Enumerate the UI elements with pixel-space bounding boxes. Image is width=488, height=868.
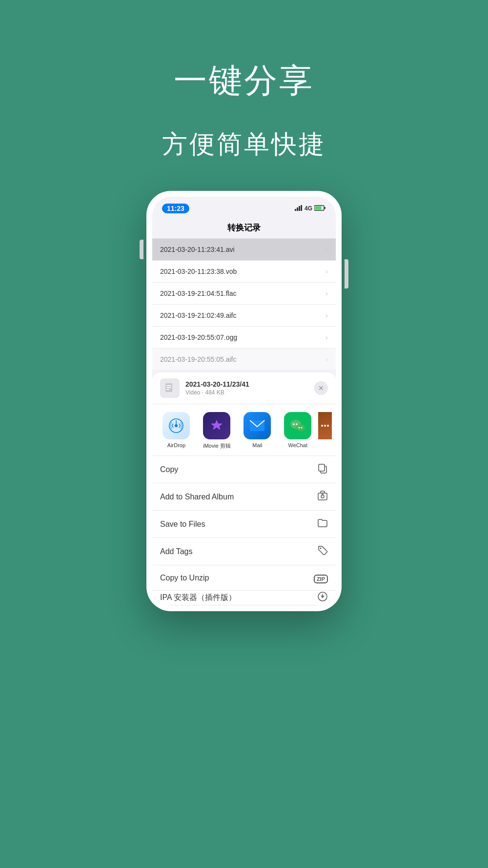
album-icon bbox=[317, 490, 328, 503]
app-item-more[interactable] bbox=[318, 412, 332, 450]
svg-rect-2 bbox=[299, 206, 300, 211]
zip-icon: ZIP bbox=[314, 572, 328, 583]
airdrop-icon bbox=[163, 412, 190, 439]
svg-point-12 bbox=[175, 424, 178, 427]
wechat-icon bbox=[284, 412, 311, 439]
action-copy[interactable]: Copy bbox=[152, 456, 336, 483]
file-name-3: 2021-03-19-21:04:51.flac bbox=[160, 289, 236, 297]
copy-icon bbox=[317, 463, 328, 476]
svg-rect-5 bbox=[325, 207, 326, 209]
file-item-2[interactable]: 2021-03-20-11:23:38.vob › bbox=[152, 261, 336, 283]
svg-point-29 bbox=[320, 548, 322, 549]
svg-point-19 bbox=[299, 427, 300, 429]
app-item-imovie[interactable]: iMovie 剪辑 bbox=[197, 412, 237, 450]
share-close-button[interactable]: ✕ bbox=[314, 381, 328, 395]
phone-screen: 11:23 4G bbox=[152, 197, 336, 605]
file-name-6: 2021-03-19-20:55:05.aifc bbox=[160, 355, 236, 363]
app-label-wechat: WeChat bbox=[288, 442, 308, 448]
file-name-4: 2021-03-19-21:02:49.aifc bbox=[160, 311, 236, 319]
chevron-icon-4: › bbox=[325, 311, 328, 319]
svg-marker-13 bbox=[211, 420, 222, 430]
app-item-wechat[interactable]: WeChat bbox=[278, 412, 318, 450]
action-copy-label: Copy bbox=[160, 465, 178, 474]
share-sheet: 2021-03-20-11/23/41 Video · 484 KB ✕ bbox=[152, 372, 336, 605]
action-ipa-label: IPA 安装器（插件版） bbox=[160, 593, 236, 603]
svg-point-22 bbox=[324, 425, 326, 427]
app-item-mail[interactable]: Mail bbox=[237, 412, 278, 450]
file-list: 2021-03-20-11:23:41.avi › 2021-03-20-11:… bbox=[152, 239, 336, 371]
file-name-5: 2021-03-19-20:55:07.ogg bbox=[160, 333, 237, 341]
network-label: 4G bbox=[305, 205, 312, 212]
action-add-tags[interactable]: Add Tags bbox=[152, 538, 336, 565]
chevron-icon-2: › bbox=[325, 268, 328, 275]
chevron-icon-6: › bbox=[325, 355, 328, 363]
file-item-3[interactable]: 2021-03-19-21:04:51.flac › bbox=[152, 283, 336, 305]
chevron-icon-3: › bbox=[325, 289, 328, 297]
install-icon bbox=[317, 591, 328, 604]
svg-point-18 bbox=[296, 424, 305, 431]
hero-title: 一键分享 bbox=[174, 59, 314, 103]
action-list: Copy Add to Shared Album bbox=[152, 455, 336, 605]
app-label-airdrop: AirDrop bbox=[167, 442, 185, 448]
file-name-2: 2021-03-20-11:23:38.vob bbox=[160, 268, 237, 275]
phone-frame: 11:23 4G bbox=[146, 191, 342, 611]
svg-point-27 bbox=[321, 495, 324, 498]
file-item-4[interactable]: 2021-03-19-21:02:49.aifc › bbox=[152, 305, 336, 327]
share-file-name: 2021-03-20-11/23/41 bbox=[185, 380, 308, 388]
status-icons: 4G bbox=[295, 205, 326, 212]
svg-rect-0 bbox=[295, 209, 296, 211]
share-file-meta: Video · 484 KB bbox=[185, 389, 308, 396]
imovie-icon bbox=[203, 412, 230, 439]
action-tags-label: Add Tags bbox=[160, 547, 192, 556]
more-icon bbox=[318, 412, 332, 439]
zip-badge: ZIP bbox=[314, 575, 328, 583]
action-save-files[interactable]: Save to Files bbox=[152, 511, 336, 538]
svg-point-23 bbox=[327, 425, 329, 427]
nav-bar: 转换记录 bbox=[152, 218, 336, 239]
svg-point-20 bbox=[301, 427, 303, 429]
action-shared-album[interactable]: Add to Shared Album bbox=[152, 483, 336, 511]
action-ipa[interactable]: IPA 安装器（插件版） bbox=[152, 591, 336, 605]
file-name-1: 2021-03-20-11:23:41.avi bbox=[160, 246, 235, 253]
app-label-imovie: iMovie 剪辑 bbox=[203, 442, 231, 450]
action-album-label: Add to Shared Album bbox=[160, 493, 234, 501]
svg-rect-25 bbox=[319, 464, 325, 471]
file-item-5[interactable]: 2021-03-19-20:55:07.ogg › bbox=[152, 327, 336, 349]
svg-rect-10 bbox=[166, 389, 169, 390]
svg-rect-9 bbox=[166, 387, 171, 388]
folder-icon bbox=[317, 517, 328, 531]
chevron-icon-5: › bbox=[325, 333, 328, 341]
status-bar: 11:23 4G bbox=[152, 197, 336, 218]
hero-subtitle: 方便简单快捷 bbox=[162, 127, 326, 162]
nav-title: 转换记录 bbox=[227, 223, 261, 232]
action-unzip-label: Copy to Unzip bbox=[160, 574, 209, 582]
file-item-1[interactable]: 2021-03-20-11:23:41.avi › bbox=[152, 239, 336, 261]
mail-icon bbox=[244, 412, 271, 439]
action-copy-unzip[interactable]: Copy to Unzip ZIP bbox=[152, 565, 336, 591]
tag-icon bbox=[317, 545, 328, 558]
svg-rect-1 bbox=[297, 207, 298, 211]
share-file-details: 2021-03-20-11/23/41 Video · 484 KB bbox=[185, 380, 308, 396]
share-file-info: 2021-03-20-11/23/41 Video · 484 KB ✕ bbox=[160, 378, 328, 398]
app-row: AirDrop iMovie 剪辑 bbox=[152, 404, 336, 454]
svg-rect-6 bbox=[315, 206, 322, 209]
svg-rect-3 bbox=[301, 205, 302, 211]
svg-point-21 bbox=[321, 425, 323, 427]
chevron-icon-1: › bbox=[325, 246, 328, 253]
app-item-airdrop[interactable]: AirDrop bbox=[156, 412, 197, 450]
file-item-6[interactable]: 2021-03-19-20:55:05.aifc › bbox=[152, 349, 336, 371]
svg-rect-8 bbox=[166, 385, 171, 386]
battery-icon bbox=[314, 205, 326, 212]
svg-point-16 bbox=[293, 423, 295, 425]
svg-point-17 bbox=[296, 423, 298, 425]
action-files-label: Save to Files bbox=[160, 520, 205, 529]
share-header: 2021-03-20-11/23/41 Video · 484 KB ✕ bbox=[152, 372, 336, 404]
status-time: 11:23 bbox=[162, 204, 189, 213]
app-label-mail: Mail bbox=[252, 442, 262, 448]
signal-icon bbox=[295, 205, 303, 212]
share-file-icon bbox=[160, 378, 180, 398]
